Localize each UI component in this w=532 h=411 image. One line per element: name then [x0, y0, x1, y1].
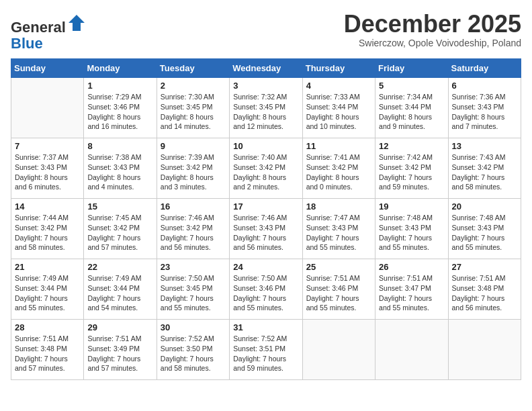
day-number: 23 [161, 262, 226, 272]
calendar-cell: 7Sunrise: 7:37 AM Sunset: 3:43 PM Daylig… [11, 138, 84, 199]
week-row-5: 28Sunrise: 7:51 AM Sunset: 3:48 PM Dayli… [11, 320, 521, 380]
logo-general-text: General [11, 19, 66, 36]
svg-marker-0 [69, 15, 85, 31]
week-row-3: 14Sunrise: 7:44 AM Sunset: 3:42 PM Dayli… [11, 199, 521, 259]
calendar-cell: 30Sunrise: 7:52 AM Sunset: 3:50 PM Dayli… [157, 320, 229, 380]
day-info: Sunrise: 7:51 AM Sunset: 3:49 PM Dayligh… [87, 334, 152, 373]
calendar-cell: 27Sunrise: 7:51 AM Sunset: 3:48 PM Dayli… [448, 259, 521, 320]
weekday-header-tuesday: Tuesday [157, 59, 229, 78]
day-info: Sunrise: 7:40 AM Sunset: 3:42 PM Dayligh… [233, 152, 298, 192]
day-info: Sunrise: 7:33 AM Sunset: 3:44 PM Dayligh… [306, 92, 371, 132]
calendar-cell [11, 78, 84, 138]
day-number: 24 [233, 262, 298, 272]
calendar-cell: 3Sunrise: 7:32 AM Sunset: 3:45 PM Daylig… [230, 78, 302, 138]
calendar-cell: 31Sunrise: 7:52 AM Sunset: 3:51 PM Dayli… [230, 320, 302, 380]
calendar-cell: 21Sunrise: 7:49 AM Sunset: 3:44 PM Dayli… [11, 259, 84, 320]
calendar-cell: 8Sunrise: 7:38 AM Sunset: 3:43 PM Daylig… [84, 138, 157, 199]
day-number: 11 [306, 141, 371, 151]
week-row-2: 7Sunrise: 7:37 AM Sunset: 3:43 PM Daylig… [11, 138, 521, 199]
calendar-cell: 20Sunrise: 7:48 AM Sunset: 3:43 PM Dayli… [448, 199, 521, 259]
calendar-cell: 18Sunrise: 7:47 AM Sunset: 3:43 PM Dayli… [302, 199, 375, 259]
calendar-cell [302, 320, 375, 380]
day-info: Sunrise: 7:29 AM Sunset: 3:46 PM Dayligh… [87, 92, 152, 132]
title-area: December 2025 Swierczow, Opole Voivodesh… [344, 11, 521, 48]
weekday-header-wednesday: Wednesday [230, 59, 302, 78]
day-info: Sunrise: 7:44 AM Sunset: 3:42 PM Dayligh… [15, 213, 80, 253]
calendar-cell: 28Sunrise: 7:51 AM Sunset: 3:48 PM Dayli… [11, 320, 84, 380]
day-number: 14 [15, 201, 80, 212]
day-number: 31 [233, 322, 298, 332]
day-info: Sunrise: 7:43 AM Sunset: 3:42 PM Dayligh… [452, 152, 517, 192]
day-number: 1 [87, 81, 152, 91]
calendar-cell: 14Sunrise: 7:44 AM Sunset: 3:42 PM Dayli… [11, 199, 84, 259]
day-info: Sunrise: 7:51 AM Sunset: 3:46 PM Dayligh… [306, 273, 371, 313]
calendar-table: SundayMondayTuesdayWednesdayThursdayFrid… [11, 58, 521, 380]
day-info: Sunrise: 7:32 AM Sunset: 3:45 PM Dayligh… [233, 92, 298, 132]
day-number: 27 [452, 262, 517, 272]
day-number: 8 [87, 141, 152, 151]
day-number: 29 [87, 322, 152, 332]
day-number: 15 [87, 201, 152, 212]
day-info: Sunrise: 7:45 AM Sunset: 3:42 PM Dayligh… [87, 213, 152, 253]
month-title: December 2025 [344, 11, 521, 38]
logo-blue-text: Blue [11, 35, 43, 52]
day-number: 30 [161, 322, 226, 332]
day-info: Sunrise: 7:37 AM Sunset: 3:43 PM Dayligh… [15, 152, 80, 192]
calendar-cell: 17Sunrise: 7:46 AM Sunset: 3:43 PM Dayli… [230, 199, 302, 259]
day-number: 10 [233, 141, 298, 151]
calendar-cell: 5Sunrise: 7:34 AM Sunset: 3:44 PM Daylig… [375, 78, 448, 138]
weekday-header-thursday: Thursday [302, 59, 375, 78]
calendar-cell: 29Sunrise: 7:51 AM Sunset: 3:49 PM Dayli… [84, 320, 157, 380]
calendar-cell: 1Sunrise: 7:29 AM Sunset: 3:46 PM Daylig… [84, 78, 157, 138]
day-number: 26 [379, 262, 444, 272]
weekday-header-saturday: Saturday [448, 59, 521, 78]
logo-icon [67, 13, 86, 32]
day-info: Sunrise: 7:50 AM Sunset: 3:46 PM Dayligh… [233, 273, 298, 313]
day-number: 12 [379, 141, 444, 151]
day-number: 22 [87, 262, 152, 272]
day-info: Sunrise: 7:48 AM Sunset: 3:43 PM Dayligh… [379, 213, 444, 253]
day-number: 4 [306, 81, 371, 91]
logo: General Blue [11, 13, 86, 52]
weekday-header-monday: Monday [84, 59, 157, 78]
header: General Blue December 2025 Swierczow, Op… [11, 11, 521, 52]
day-number: 17 [233, 201, 298, 212]
day-number: 21 [15, 262, 80, 272]
day-number: 25 [306, 262, 371, 272]
day-number: 2 [161, 81, 226, 91]
day-info: Sunrise: 7:39 AM Sunset: 3:42 PM Dayligh… [161, 152, 226, 192]
calendar-cell: 2Sunrise: 7:30 AM Sunset: 3:45 PM Daylig… [157, 78, 229, 138]
calendar-cell: 25Sunrise: 7:51 AM Sunset: 3:46 PM Dayli… [302, 259, 375, 320]
day-info: Sunrise: 7:52 AM Sunset: 3:51 PM Dayligh… [233, 334, 298, 373]
day-number: 9 [161, 141, 226, 151]
calendar-cell: 9Sunrise: 7:39 AM Sunset: 3:42 PM Daylig… [157, 138, 229, 199]
week-row-1: 1Sunrise: 7:29 AM Sunset: 3:46 PM Daylig… [11, 78, 521, 138]
day-number: 5 [379, 81, 444, 91]
day-info: Sunrise: 7:49 AM Sunset: 3:44 PM Dayligh… [87, 273, 152, 313]
calendar-cell: 10Sunrise: 7:40 AM Sunset: 3:42 PM Dayli… [230, 138, 302, 199]
calendar-cell: 11Sunrise: 7:41 AM Sunset: 3:42 PM Dayli… [302, 138, 375, 199]
calendar-cell: 6Sunrise: 7:36 AM Sunset: 3:43 PM Daylig… [448, 78, 521, 138]
day-info: Sunrise: 7:46 AM Sunset: 3:43 PM Dayligh… [233, 213, 298, 253]
day-info: Sunrise: 7:48 AM Sunset: 3:43 PM Dayligh… [452, 213, 517, 253]
day-info: Sunrise: 7:50 AM Sunset: 3:45 PM Dayligh… [161, 273, 226, 313]
calendar-cell: 15Sunrise: 7:45 AM Sunset: 3:42 PM Dayli… [84, 199, 157, 259]
calendar-cell [375, 320, 448, 380]
day-info: Sunrise: 7:51 AM Sunset: 3:48 PM Dayligh… [15, 334, 80, 373]
day-info: Sunrise: 7:47 AM Sunset: 3:43 PM Dayligh… [306, 213, 371, 253]
day-info: Sunrise: 7:38 AM Sunset: 3:43 PM Dayligh… [87, 152, 152, 192]
calendar-cell: 13Sunrise: 7:43 AM Sunset: 3:42 PM Dayli… [448, 138, 521, 199]
day-info: Sunrise: 7:34 AM Sunset: 3:44 PM Dayligh… [379, 92, 444, 132]
calendar-cell: 22Sunrise: 7:49 AM Sunset: 3:44 PM Dayli… [84, 259, 157, 320]
day-number: 3 [233, 81, 298, 91]
calendar-cell: 16Sunrise: 7:46 AM Sunset: 3:42 PM Dayli… [157, 199, 229, 259]
weekday-header-friday: Friday [375, 59, 448, 78]
calendar-cell: 19Sunrise: 7:48 AM Sunset: 3:43 PM Dayli… [375, 199, 448, 259]
day-info: Sunrise: 7:46 AM Sunset: 3:42 PM Dayligh… [161, 213, 226, 253]
day-info: Sunrise: 7:36 AM Sunset: 3:43 PM Dayligh… [452, 92, 517, 132]
calendar-cell [448, 320, 521, 380]
day-info: Sunrise: 7:51 AM Sunset: 3:47 PM Dayligh… [379, 273, 444, 313]
day-info: Sunrise: 7:41 AM Sunset: 3:42 PM Dayligh… [306, 152, 371, 192]
calendar-cell: 4Sunrise: 7:33 AM Sunset: 3:44 PM Daylig… [302, 78, 375, 138]
day-info: Sunrise: 7:49 AM Sunset: 3:44 PM Dayligh… [15, 273, 80, 313]
